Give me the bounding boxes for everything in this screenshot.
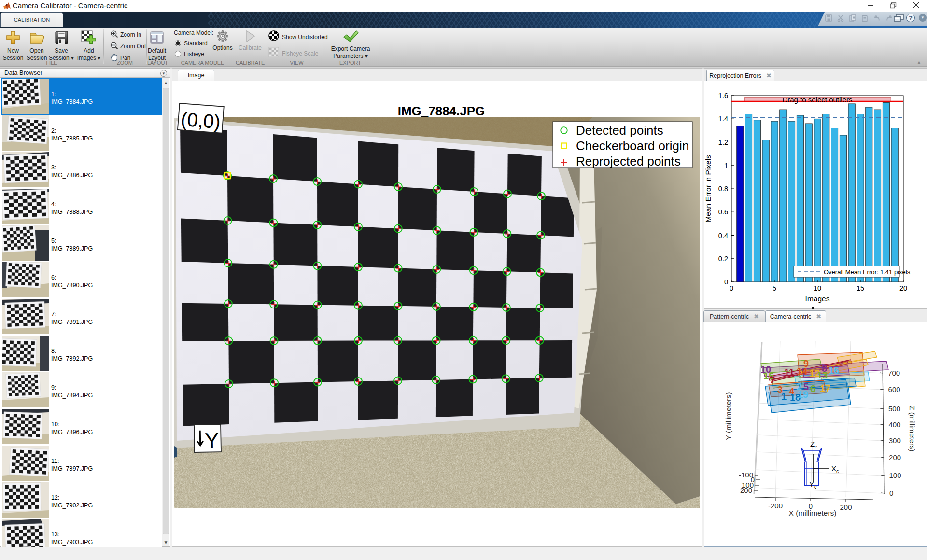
svg-text:20: 20 <box>899 284 907 292</box>
svg-text:13: 13 <box>817 370 828 380</box>
svg-text:400: 400 <box>888 420 900 429</box>
svg-text:0: 0 <box>730 284 733 292</box>
svg-text:17: 17 <box>820 383 830 394</box>
svg-text:Y: Y <box>204 428 219 452</box>
svg-text:11: 11 <box>784 367 794 378</box>
svg-text:1: 1 <box>724 162 728 169</box>
svg-text:300: 300 <box>889 436 901 445</box>
svg-text:(0,0): (0,0) <box>180 108 221 132</box>
svg-text:15: 15 <box>857 284 864 292</box>
svg-text:200: 200 <box>840 503 852 511</box>
svg-text:200: 200 <box>889 453 901 462</box>
svg-text:1.6: 1.6 <box>718 92 728 99</box>
svg-text:0.4: 0.4 <box>718 232 728 239</box>
svg-text:100: 100 <box>889 471 901 479</box>
svg-text:0.8: 0.8 <box>718 185 728 193</box>
svg-text:Yc: Yc <box>809 480 817 490</box>
svg-text:700: 700 <box>888 369 900 377</box>
svg-text:600: 600 <box>888 385 900 393</box>
svg-text:1.2: 1.2 <box>718 139 728 146</box>
svg-text:1.4: 1.4 <box>718 115 728 123</box>
svg-text:Mean Error in Pixels: Mean Error in Pixels <box>704 155 712 223</box>
svg-text:Reprojected points: Reprojected points <box>576 154 681 168</box>
svg-text:1: 1 <box>781 391 787 402</box>
svg-text:6: 6 <box>810 383 815 394</box>
svg-text:7: 7 <box>770 375 775 385</box>
svg-text:10: 10 <box>814 284 821 292</box>
svg-text:0: 0 <box>724 278 728 286</box>
svg-text:Y (millimeters): Y (millimeters) <box>724 392 732 440</box>
svg-text:16: 16 <box>829 365 839 376</box>
svg-text:0.6: 0.6 <box>718 208 728 216</box>
svg-text:Detected points: Detected points <box>576 123 663 138</box>
svg-text:X (millimeters): X (millimeters) <box>788 509 836 517</box>
svg-text:14: 14 <box>797 366 808 377</box>
svg-text:5: 5 <box>772 284 776 292</box>
svg-text:0: 0 <box>889 489 893 497</box>
svg-text:0.2: 0.2 <box>718 255 728 263</box>
svg-text:Overall Mean Error: 1.41 pixel: Overall Mean Error: 1.41 pixels <box>824 268 911 276</box>
svg-text:Checkerboard origin: Checkerboard origin <box>576 139 689 153</box>
svg-text:200: 200 <box>740 486 752 494</box>
svg-text:Images: Images <box>805 294 830 303</box>
svg-text:500: 500 <box>888 405 900 413</box>
svg-text:Xc: Xc <box>831 464 839 474</box>
svg-text:19: 19 <box>798 389 808 400</box>
svg-text:Z (millimeters): Z (millimeters) <box>908 406 916 452</box>
svg-text:-200: -200 <box>768 502 783 510</box>
svg-text:Drag to select outliers: Drag to select outliers <box>782 96 852 104</box>
